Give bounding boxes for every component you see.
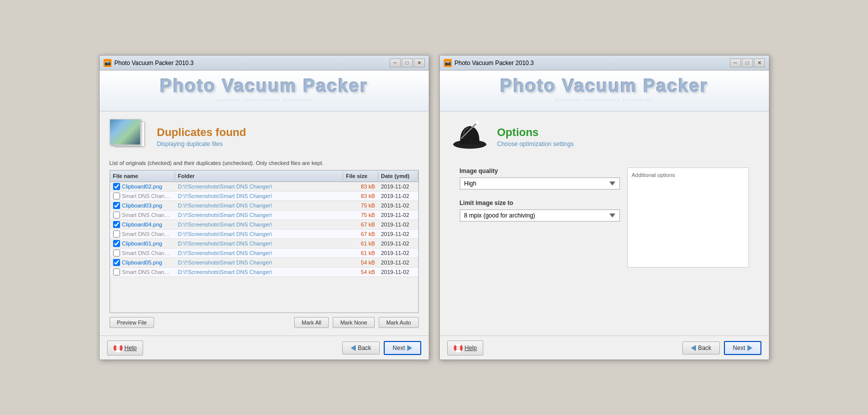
options-right: Additional options: [627, 168, 749, 320]
file-date: 2019-11-02: [378, 192, 418, 200]
table-row: Smart DNS Change...D:\!!Screenshots\Smar…: [110, 192, 418, 201]
file-folder: D:\!!Screenshots\Smart DNS Changer\: [175, 182, 343, 191]
app-icon-2: 📷: [444, 59, 452, 67]
file-date: 2019-11-02: [378, 210, 418, 220]
file-folder: D:\!!Screenshots\Smart DNS Changer\: [175, 220, 343, 229]
file-size: 61 kB: [343, 248, 378, 258]
photo-front: [110, 119, 141, 145]
desktop: 📷 Photo Vacuum Packer 2010.3 ─ □ ✕ Photo…: [0, 0, 868, 415]
file-checkbox[interactable]: [113, 221, 120, 228]
svg-point-2: [475, 121, 479, 124]
file-name: Smart DNS Change...: [122, 250, 172, 256]
banner-title-2: Photo Vacuum Packer: [450, 76, 759, 96]
file-date: 2019-11-02: [378, 258, 418, 267]
mark-none-button[interactable]: Mark None: [333, 317, 375, 328]
options-content: Image quality High Medium Low Limit imag…: [450, 160, 759, 328]
table-body: Clipboard02.pngD:\!!Screenshots\Smart DN…: [110, 182, 418, 312]
close-button-2[interactable]: ✕: [754, 58, 765, 68]
page-subtitle-2: Choose optimization settings: [497, 140, 574, 148]
file-name: Clipboard04.png: [122, 222, 163, 228]
file-folder: D:\!!Screenshots\Smart DNS Changer\: [175, 230, 343, 238]
maximize-button-1[interactable]: □: [402, 58, 413, 68]
page-content-1: Duplicates found Displaying duplicate fi…: [100, 112, 429, 336]
file-size: 83 kB: [343, 182, 378, 191]
image-quality-select[interactable]: High Medium Low: [460, 178, 620, 190]
file-table: File name Folder File size Date (ymd) Cl…: [110, 170, 419, 313]
limit-size-group: Limit image size to 8 mpix (good for arc…: [460, 200, 620, 222]
help-button-1[interactable]: Help: [107, 340, 144, 356]
table-row: Clipboard03.pngD:\!!Screenshots\Smart DN…: [110, 201, 418, 210]
back-button-1[interactable]: Back: [342, 342, 380, 354]
title-bar-buttons-2: ─ □ ✕: [730, 58, 765, 68]
next-arrow-icon-1: [407, 345, 412, 351]
help-label-1: Help: [125, 344, 137, 352]
mark-auto-button[interactable]: Mark Auto: [379, 317, 419, 328]
file-checkbox[interactable]: [113, 259, 120, 266]
file-checkbox[interactable]: [113, 250, 120, 256]
file-checkbox[interactable]: [113, 268, 120, 276]
window-duplicates: 📷 Photo Vacuum Packer 2010.3 ─ □ ✕ Photo…: [99, 55, 429, 360]
file-size: 67 kB: [343, 220, 378, 229]
options-hat-icon: [450, 119, 490, 154]
maximize-button-2[interactable]: □: [742, 58, 753, 68]
file-date: 2019-11-02: [378, 220, 418, 229]
action-buttons: Preview File Mark All Mark None Mark Aut…: [110, 317, 419, 328]
banner-reflection-1: Photo Vacuum Packer: [110, 98, 419, 102]
file-folder: D:\!!Screenshots\Smart DNS Changer\: [175, 258, 343, 267]
page-content-2: Options Choose optimization settings Ima…: [440, 112, 769, 336]
file-date: 2019-11-02: [378, 268, 418, 276]
file-checkbox[interactable]: [113, 202, 120, 209]
file-checkbox[interactable]: [113, 192, 120, 200]
next-button-1[interactable]: Next: [384, 341, 421, 355]
preview-file-button[interactable]: Preview File: [110, 317, 155, 328]
file-folder: D:\!!Screenshots\Smart DNS Changer\: [175, 239, 343, 248]
file-size: 54 kB: [343, 258, 378, 267]
file-name: Clipboard01.png: [122, 240, 163, 246]
app-icon-1: 📷: [104, 59, 112, 67]
footer-2: Help Back Next: [440, 336, 769, 360]
page-title-area-2: Options Choose optimization settings: [497, 126, 574, 148]
help-button-2[interactable]: Help: [447, 340, 484, 356]
file-name: Clipboard02.png: [122, 184, 163, 190]
next-label-1: Next: [393, 344, 405, 352]
file-checkbox[interactable]: [113, 212, 120, 218]
banner-title-1: Photo Vacuum Packer: [110, 76, 419, 96]
file-date: 2019-11-02: [378, 239, 418, 248]
title-bar-1: 📷 Photo Vacuum Packer 2010.3 ─ □ ✕: [100, 56, 429, 70]
col-date: Date (ymd): [378, 172, 418, 180]
table-row: Clipboard05.pngD:\!!Screenshots\Smart DN…: [110, 258, 418, 268]
title-bar-buttons-1: ─ □ ✕: [390, 58, 425, 68]
additional-options-label: Additional options: [632, 172, 744, 178]
footer-1: Help Back Next: [100, 336, 429, 360]
file-checkbox[interactable]: [113, 230, 120, 238]
file-date: 2019-11-02: [378, 248, 418, 258]
banner-reflection-2: Photo Vacuum Packer: [450, 98, 759, 102]
window-content-1: Photo Vacuum Packer Photo Vacuum Packer …: [100, 70, 429, 360]
table-row: Smart DNS Change...D:\!!Screenshots\Smar…: [110, 230, 418, 239]
options-left: Image quality High Medium Low Limit imag…: [460, 168, 620, 320]
mark-all-button[interactable]: Mark All: [294, 317, 329, 328]
minimize-button-2[interactable]: ─: [730, 58, 741, 68]
file-checkbox[interactable]: [113, 240, 120, 247]
page-title-2: Options: [497, 126, 574, 139]
page-header-2: Options Choose optimization settings: [450, 119, 759, 154]
minimize-button-1[interactable]: ─: [390, 58, 401, 68]
file-folder: D:\!!Screenshots\Smart DNS Changer\: [175, 210, 343, 220]
close-button-1[interactable]: ✕: [414, 58, 425, 68]
file-checkbox[interactable]: [113, 183, 120, 190]
next-button-2[interactable]: Next: [724, 341, 761, 355]
limit-size-select[interactable]: 8 mpix (good for archiving) 4 mpix 2 mpi…: [460, 210, 620, 222]
banner-1: Photo Vacuum Packer Photo Vacuum Packer: [100, 70, 429, 112]
help-label-2: Help: [465, 344, 477, 352]
page-header-1: Duplicates found Displaying duplicate fi…: [110, 119, 419, 154]
table-row: Clipboard01.pngD:\!!Screenshots\Smart DN…: [110, 239, 418, 248]
file-size: 83 kB: [343, 192, 378, 200]
file-name: Clipboard05.png: [122, 260, 163, 266]
col-filename: File name: [110, 172, 175, 180]
file-folder: D:\!!Screenshots\Smart DNS Changer\: [175, 268, 343, 276]
description-1: List of originals (checked) and their du…: [110, 160, 419, 166]
back-label-1: Back: [358, 344, 371, 352]
page-title-area-1: Duplicates found Displaying duplicate fi…: [157, 126, 246, 148]
back-button-2[interactable]: Back: [682, 342, 720, 354]
table-row: Smart DNS Change...D:\!!Screenshots\Smar…: [110, 268, 418, 277]
